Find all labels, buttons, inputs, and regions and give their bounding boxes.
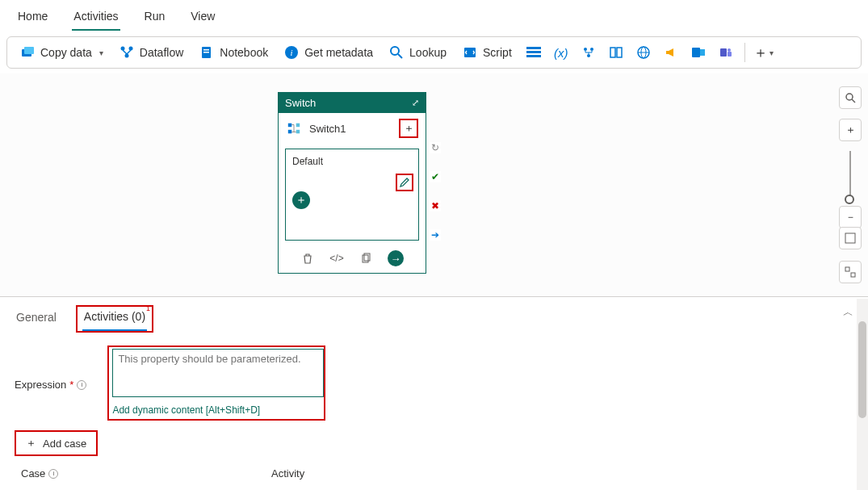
info-icon: i xyxy=(284,45,299,60)
tab-run[interactable]: Run xyxy=(143,6,167,31)
info-icon[interactable]: i xyxy=(77,380,86,390)
svg-rect-25 xyxy=(700,49,705,56)
get-metadata-button[interactable]: i Get metadata xyxy=(278,42,379,63)
svg-rect-31 xyxy=(845,233,855,243)
dataflow-button[interactable]: Dataflow xyxy=(113,42,190,63)
collapse-panel-button[interactable]: ︿ xyxy=(843,305,853,320)
dataflow-icon xyxy=(120,45,134,60)
delete-icon[interactable] xyxy=(300,251,315,266)
zoom-slider[interactable] xyxy=(849,151,851,199)
zoom-thumb[interactable] xyxy=(845,195,854,204)
svg-point-17 xyxy=(590,48,593,51)
plus-icon: ＋ xyxy=(26,436,36,450)
pipeline-canvas[interactable]: ＋ － Switch ⤢ Switch1 ＋ Default xyxy=(0,73,868,297)
tab-general[interactable]: General xyxy=(15,308,58,330)
svg-rect-20 xyxy=(617,48,622,57)
add-case-label: Add case xyxy=(43,438,86,450)
outlook-icon[interactable] xyxy=(686,41,711,64)
add-case-node-button[interactable]: ＋ xyxy=(400,119,417,137)
required-asterisk: * xyxy=(69,379,73,391)
toolbar-extra-4[interactable] xyxy=(604,41,628,64)
svg-point-29 xyxy=(846,94,853,100)
expression-highlight: Add dynamic content [Alt+Shift+D] xyxy=(107,346,325,421)
lookup-button[interactable]: Lookup xyxy=(383,42,453,63)
svg-line-11 xyxy=(398,54,402,58)
copy-data-label: Copy data xyxy=(40,46,92,59)
copy-data-button[interactable]: Copy data ▾ xyxy=(14,42,110,63)
script-icon xyxy=(463,45,477,60)
zoom-in-button[interactable]: ＋ xyxy=(839,119,862,141)
node-footer: </> → xyxy=(279,245,426,273)
svg-rect-28 xyxy=(728,52,732,57)
svg-rect-39 xyxy=(364,253,370,261)
failure-port-icon[interactable]: ✖ xyxy=(430,200,441,211)
success-port-icon[interactable]: ✔ xyxy=(430,171,441,182)
case-column-header: Case xyxy=(21,467,45,480)
zoom-out-button[interactable]: － xyxy=(839,206,862,228)
svg-rect-38 xyxy=(363,255,368,262)
notebook-button[interactable]: Notebook xyxy=(193,42,275,63)
zoom-controls: ＋ － xyxy=(839,119,862,235)
code-icon[interactable]: </> xyxy=(329,251,344,266)
variable-icon[interactable]: (x) xyxy=(549,41,573,64)
svg-rect-7 xyxy=(203,52,209,53)
default-case-box[interactable]: Default ＋ xyxy=(285,149,419,241)
svg-point-18 xyxy=(587,54,590,57)
svg-point-4 xyxy=(124,54,128,58)
default-label: Default xyxy=(292,156,412,167)
add-case-button[interactable]: ＋ Add case xyxy=(15,430,98,456)
svg-rect-33 xyxy=(851,273,855,277)
svg-point-27 xyxy=(728,48,731,52)
canvas-search-button[interactable] xyxy=(839,86,862,109)
copy-icon[interactable] xyxy=(359,251,373,266)
edit-default-button[interactable] xyxy=(396,174,413,191)
fit-buttons xyxy=(839,227,862,290)
toolbar-separator xyxy=(744,43,745,62)
vertical-scrollbar[interactable] xyxy=(857,299,868,490)
script-button[interactable]: Script xyxy=(456,42,518,63)
top-tab-bar: Home Activities Run View xyxy=(0,0,868,31)
auto-align-button[interactable] xyxy=(839,261,862,283)
teams-icon[interactable] xyxy=(714,41,738,64)
add-activity-to-default-button[interactable]: ＋ xyxy=(292,191,310,209)
deactivate-icon[interactable]: ↻ xyxy=(430,142,441,153)
case-table-header: Case i Activity xyxy=(0,461,868,483)
run-icon[interactable]: → xyxy=(388,250,404,266)
svg-text:i: i xyxy=(291,48,293,57)
activity-column-header: Activity xyxy=(271,467,304,480)
tab-activities[interactable]: Activities xyxy=(72,6,120,31)
globe-icon[interactable] xyxy=(631,41,656,64)
notebook-icon xyxy=(199,45,214,60)
expand-icon[interactable]: ⤢ xyxy=(412,98,419,108)
switch-node-name: Switch1 xyxy=(309,123,346,135)
svg-point-16 xyxy=(584,48,587,51)
tab-activities-panel[interactable]: Activities (0) xyxy=(82,307,147,331)
announce-icon[interactable] xyxy=(659,41,683,64)
svg-rect-34 xyxy=(288,124,292,128)
svg-rect-37 xyxy=(296,130,300,134)
activities-toolbar: Copy data ▾ Dataflow Notebook i Get meta… xyxy=(6,36,862,69)
expression-input[interactable] xyxy=(112,349,324,397)
tab-activities-badge: 1 xyxy=(146,304,150,312)
properties-tabs: General 1 Activities (0) ︿ xyxy=(0,297,868,333)
add-dynamic-content-link[interactable]: Add dynamic content [Alt+Shift+D] xyxy=(112,404,321,416)
tab-view[interactable]: View xyxy=(189,6,216,31)
tab-home[interactable]: Home xyxy=(16,6,49,31)
completion-port-icon[interactable]: ➔ xyxy=(430,229,441,241)
tab-activities-highlight: 1 Activities (0) xyxy=(76,305,153,333)
svg-rect-1 xyxy=(24,47,34,54)
add-activity-button[interactable]: ＋▾ xyxy=(752,41,776,64)
switch-activity-node[interactable]: Switch ⤢ Switch1 ＋ Default ＋ </> xyxy=(278,92,426,274)
fit-to-screen-button[interactable] xyxy=(839,227,862,249)
scrollbar-thumb[interactable] xyxy=(858,321,866,418)
info-icon[interactable]: i xyxy=(48,469,58,479)
node-side-controls: ↻ ✔ ✖ ➔ xyxy=(430,142,441,241)
toolbar-extra-3[interactable] xyxy=(577,41,601,64)
svg-rect-15 xyxy=(526,55,541,57)
svg-rect-6 xyxy=(203,49,209,51)
lookup-label: Lookup xyxy=(409,46,447,59)
script-label: Script xyxy=(483,46,512,59)
toolbar-extra-1[interactable] xyxy=(522,41,546,64)
switch-node-type: Switch xyxy=(285,97,316,109)
properties-body: Expression * i Add dynamic content [Alt+… xyxy=(0,333,868,421)
